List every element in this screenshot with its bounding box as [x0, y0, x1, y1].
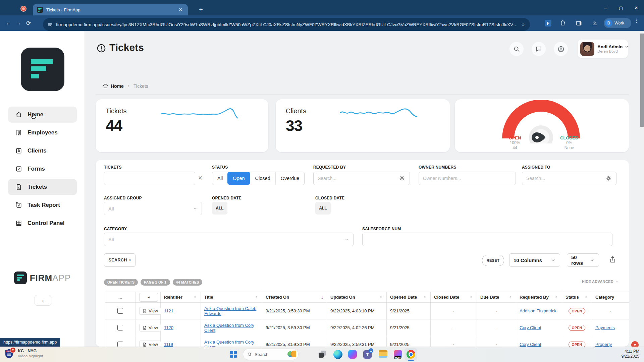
sort-icon[interactable]	[423, 295, 427, 299]
m365-copilot-icon[interactable]: M365	[393, 349, 403, 359]
teams-icon[interactable]: T 1	[363, 349, 373, 359]
taskbar-clock[interactable]: 4:11 PM 9/22/2025	[622, 349, 639, 359]
site-info-icon[interactable]	[48, 22, 53, 27]
view-button[interactable]: View	[139, 341, 161, 347]
sidebar-item-home[interactable]: Home	[8, 107, 77, 123]
sort-icon[interactable]	[554, 295, 558, 299]
edge-icon[interactable]	[333, 349, 343, 359]
sort-icon[interactable]	[508, 295, 513, 299]
reset-button[interactable]: RESET	[482, 255, 504, 266]
taskbar-search[interactable]: Search	[243, 349, 299, 360]
row-checkbox[interactable]	[117, 325, 123, 330]
sidebar-item-tickets[interactable]: Tickets	[8, 179, 77, 195]
col-requested-by[interactable]: Requested By	[516, 292, 562, 303]
breadcrumb-home[interactable]: Home	[111, 83, 124, 89]
sort-icon[interactable]	[469, 295, 473, 299]
browser-menu-icon[interactable]: ⋮	[634, 19, 639, 22]
category-link[interactable]: Property	[595, 342, 612, 347]
sort-desc-icon[interactable]: ↓	[321, 295, 323, 300]
assigned-to-settings-icon[interactable]	[606, 175, 611, 181]
browser-profile-chip[interactable]: D Work	[604, 18, 631, 28]
window-close-button[interactable]: ✕	[629, 0, 644, 15]
page-scrollbar-thumb[interactable]	[640, 34, 644, 127]
ticket-title-link[interactable]: Ask a Question from Cory Client	[204, 340, 254, 347]
closed-date-all-button[interactable]: ALL	[315, 202, 331, 215]
status-option-open[interactable]: Open	[227, 172, 250, 185]
view-button[interactable]: View	[139, 324, 161, 331]
columns-select[interactable]: 10 Columns	[509, 253, 560, 267]
messages-button[interactable]	[532, 42, 546, 56]
address-bar[interactable]: firmappdemo.firm.app/issues#eyJpc3N1ZXMt…	[43, 18, 530, 31]
sort-icon[interactable]	[379, 295, 383, 299]
sidebar-item-control-panel[interactable]: Control Panel	[8, 215, 77, 231]
support-contact-button[interactable]	[554, 42, 568, 56]
window-maximize-button[interactable]: ▢	[613, 0, 629, 15]
assigned-to-input[interactable]	[522, 172, 616, 185]
sidebar-item-task-report[interactable]: Task Report	[8, 197, 77, 213]
col-opened-date[interactable]: Opened Date	[387, 292, 431, 303]
sort-icon[interactable]	[584, 295, 588, 299]
download-icon[interactable]	[592, 20, 598, 26]
new-tab-button[interactable]: +	[197, 5, 205, 14]
status-option-all[interactable]: All	[212, 172, 228, 185]
clear-filter-icon[interactable]: ✕	[198, 175, 203, 182]
side-panel-icon[interactable]	[576, 20, 582, 26]
category-link[interactable]: Payments	[595, 325, 615, 330]
search-button[interactable]: SEARCH ›	[104, 253, 136, 267]
file-explorer-icon[interactable]	[378, 349, 388, 359]
ticket-title-link[interactable]: Ask a Question from Cory Client	[204, 323, 254, 333]
requested-by-link[interactable]: Addison Fitzpatrick	[520, 308, 556, 313]
requested-by-link[interactable]: Cory Client	[520, 325, 541, 330]
sort-icon[interactable]	[254, 295, 259, 299]
ticket-id-link[interactable]: 1121	[164, 308, 173, 313]
ticket-id-link[interactable]: 1119	[164, 342, 173, 347]
user-menu[interactable]: Andi Admin Deren Boyd	[578, 40, 628, 58]
rows-select[interactable]: 50 rows	[567, 253, 599, 267]
hide-advanced-toggle[interactable]: HIDE ADVANCED	[582, 280, 619, 284]
col-updated-on[interactable]: Updated On	[327, 292, 387, 303]
requested-by-link[interactable]: Cory Client	[520, 342, 541, 347]
col-identifier[interactable]: Identifier	[161, 292, 201, 303]
browser-tab[interactable]: Tickets - FirmApp ✕	[33, 4, 188, 15]
export-icon[interactable]	[609, 255, 617, 263]
global-search-button[interactable]	[509, 42, 524, 56]
status-option-closed[interactable]: Closed	[250, 172, 275, 185]
col-created-on[interactable]: Created On↓	[262, 292, 327, 303]
sort-icon[interactable]	[193, 295, 197, 299]
view-button[interactable]: View	[139, 307, 161, 315]
taskbar-widget[interactable]: NFL 7 KC - NYG Video highlight	[5, 349, 43, 359]
requested-by-settings-icon[interactable]	[399, 175, 405, 181]
row-checkbox[interactable]	[117, 308, 123, 314]
category-select[interactable]: All	[104, 233, 354, 246]
chrome-icon-active[interactable]	[405, 348, 417, 361]
reload-button[interactable]: ⟳	[23, 18, 34, 28]
back-button[interactable]: ←	[3, 18, 13, 28]
forward-button[interactable]: →	[13, 18, 23, 28]
col-title[interactable]: Title	[201, 292, 262, 303]
col-due-date[interactable]: Due Date	[477, 292, 516, 303]
assigned-group-select[interactable]: All	[104, 202, 202, 215]
sidebar-item-employees[interactable]: Employees	[8, 125, 77, 141]
col-category[interactable]: Category	[592, 292, 629, 303]
firmapp-extension-icon[interactable]: F	[545, 20, 551, 26]
col-status[interactable]: Status	[562, 292, 592, 303]
sidebar-item-clients[interactable]: Clients	[8, 143, 77, 159]
start-button[interactable]	[230, 351, 237, 358]
salesforce-num-input[interactable]	[362, 233, 612, 246]
ticket-id-link[interactable]: 1120	[164, 325, 173, 330]
collapse-columns-button[interactable]: ◂	[139, 293, 158, 302]
bookmark-star-icon[interactable]: ☆	[521, 21, 525, 27]
sidebar-item-forms[interactable]: Forms	[8, 161, 77, 177]
opened-date-all-button[interactable]: ALL	[212, 202, 227, 215]
column-menu-header[interactable]: ...	[105, 292, 136, 303]
owner-numbers-input[interactable]	[419, 172, 516, 185]
col-closed-date[interactable]: Closed Date	[431, 292, 477, 303]
window-minimize-button[interactable]: ─	[598, 0, 613, 15]
tab-close-icon[interactable]: ✕	[177, 7, 184, 13]
requested-by-input[interactable]	[313, 172, 410, 185]
copilot-icon[interactable]	[347, 349, 358, 359]
task-view-button[interactable]	[317, 349, 327, 359]
row-checkbox[interactable]	[117, 342, 123, 347]
sidebar-collapse-button[interactable]: ‹	[35, 295, 51, 306]
tickets-filter-input[interactable]	[104, 172, 195, 185]
